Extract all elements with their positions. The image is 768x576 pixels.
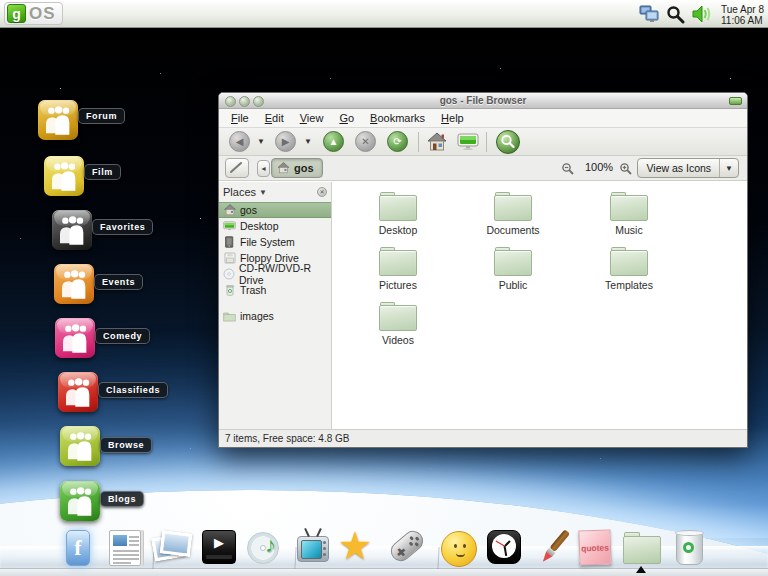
folder-item-documents[interactable]: Documents [468, 192, 558, 236]
dock-item-video[interactable]: ▶ [196, 528, 242, 570]
desktop-label-forum[interactable]: Forum [78, 108, 125, 124]
zoom-in-icon[interactable] [619, 162, 633, 180]
folder-item-music[interactable]: Music [584, 192, 674, 236]
folder-item-desktop[interactable]: Desktop [353, 192, 443, 236]
folder-view[interactable]: Desktop Documents Music Pictures Public [332, 182, 747, 431]
clock-applet[interactable]: Tue Apr 8 11:06 AM [721, 3, 764, 26]
desktop-shortcut-favorites[interactable] [52, 210, 92, 250]
reload-button[interactable]: ⟳ [387, 131, 408, 152]
chevron-down-icon[interactable]: ▼ [719, 159, 738, 177]
sidebar-item-images[interactable]: images [219, 308, 331, 324]
trash-can-icon [676, 532, 703, 565]
menu-view[interactable]: View [292, 110, 332, 126]
menu-bookmarks[interactable]: Bookmarks [362, 110, 433, 126]
back-button[interactable]: ◀ [229, 131, 250, 152]
window-body: Places ▼ ✕ gos Desktop [219, 182, 747, 431]
desktop-label-classifieds[interactable]: Classifieds [98, 382, 168, 398]
sidebar-item-label: File System [240, 236, 295, 248]
desktop-shortcut-comedy[interactable] [55, 318, 95, 358]
stop-button[interactable]: ✕ [355, 131, 376, 152]
folder-icon [494, 247, 532, 276]
gos-logo-text: OS [29, 4, 56, 24]
folder-icon [623, 532, 661, 564]
path-scroll-left-button[interactable]: ◂ [257, 160, 270, 177]
dock-item-smiley[interactable] [436, 528, 482, 570]
volume-icon[interactable] [692, 4, 714, 24]
view-mode-label: View as Icons [638, 162, 719, 174]
back-history-dropdown[interactable]: ▼ [257, 137, 265, 146]
search-icon[interactable] [666, 5, 685, 24]
desktop-shortcut-browse[interactable] [60, 426, 100, 466]
search-button[interactable] [496, 130, 520, 154]
forward-button[interactable]: ▶ [275, 131, 296, 152]
sidebar-item-filesystem[interactable]: File System [219, 234, 331, 250]
folder-item-videos[interactable]: Videos [353, 302, 443, 346]
home-icon[interactable] [427, 132, 447, 156]
dock-item-photos[interactable] [149, 528, 195, 570]
desktop-label-favorites[interactable]: Favorites [92, 219, 153, 235]
folder-name: Desktop [353, 224, 443, 236]
sidebar-item-gos[interactable]: gos [219, 202, 331, 218]
menu-go[interactable]: Go [331, 110, 362, 126]
sticky-note-icon: quotes [578, 529, 611, 565]
gamepad-icon: ✚ [387, 527, 427, 565]
folder-item-pictures[interactable]: Pictures [353, 247, 443, 291]
dock-item-favorites[interactable]: ★ [336, 528, 382, 570]
desktop-label-comedy[interactable]: Comedy [95, 328, 150, 344]
desktop-label-film[interactable]: Film [84, 164, 121, 180]
photos-icon [160, 530, 193, 556]
zoom-out-icon[interactable] [561, 162, 575, 180]
dock-item-social[interactable]: f [56, 528, 102, 570]
desktop-label-blogs[interactable]: Blogs [100, 491, 144, 507]
dock-item-music[interactable]: ♪ [243, 528, 289, 570]
forward-history-dropdown[interactable]: ▼ [304, 137, 312, 146]
sidebar-item-label: gos [240, 204, 257, 216]
dock-item-games[interactable]: ✚ [383, 528, 429, 570]
home-icon [223, 204, 236, 217]
dock-item-clock[interactable] [481, 528, 527, 570]
menu-edit[interactable]: Edit [257, 110, 292, 126]
folder-name: Videos [353, 334, 443, 346]
window-title: gos - File Browser [219, 93, 747, 109]
window-shade-button[interactable] [729, 97, 742, 105]
file-browser-window: gos - File Browser File Edit View Go Boo… [218, 92, 748, 448]
folder-icon [610, 192, 648, 221]
folder-item-public[interactable]: Public [468, 247, 558, 291]
dock-item-paint[interactable] [527, 528, 573, 570]
sidebar-close-button[interactable]: ✕ [317, 187, 327, 197]
desktop-shortcut-blogs[interactable] [60, 481, 100, 521]
places-header[interactable]: Places ▼ ✕ [219, 182, 331, 202]
up-button[interactable]: ▲ [323, 131, 344, 152]
dock-item-files[interactable] [619, 528, 665, 570]
toggle-location-entry-button[interactable] [225, 158, 249, 178]
desktop-shortcut-forum[interactable] [38, 100, 78, 140]
desktop-shortcut-film[interactable] [44, 156, 84, 196]
trash-icon [223, 284, 236, 297]
desktop-icon [223, 220, 236, 233]
toolbar-separator [486, 132, 487, 152]
folder-icon [223, 310, 236, 323]
computer-icon[interactable] [457, 132, 479, 156]
desktop-label-events[interactable]: Events [94, 274, 143, 290]
music-note-icon: ♪ [265, 532, 276, 558]
view-mode-dropdown[interactable]: View as Icons ▼ [637, 158, 739, 178]
sidebar-item-cdrom[interactable]: CD-RW/DVD-R Drive [219, 266, 331, 282]
running-indicator [636, 566, 646, 573]
folder-item-templates[interactable]: Templates [584, 247, 674, 291]
desktop-label-browse[interactable]: Browse [100, 437, 152, 453]
sidebar-item-desktop[interactable]: Desktop [219, 218, 331, 234]
titlebar[interactable]: gos - File Browser [219, 93, 747, 109]
desktop-shortcut-events[interactable] [54, 264, 94, 304]
dock-item-tv[interactable] [290, 528, 336, 570]
folder-icon [379, 192, 417, 221]
gos-menu-button[interactable]: g OS [4, 2, 63, 25]
menu-help[interactable]: Help [433, 110, 472, 126]
path-button-gos[interactable]: gos [271, 158, 323, 178]
menu-file[interactable]: File [223, 110, 257, 126]
filesystem-icon [223, 236, 236, 249]
desktop-shortcut-classifieds[interactable] [58, 372, 98, 412]
network-icon[interactable] [639, 5, 659, 23]
dock-item-trash[interactable] [667, 528, 713, 570]
dock-item-quotes[interactable]: quotes [573, 528, 619, 570]
dock-item-news[interactable] [103, 528, 149, 570]
